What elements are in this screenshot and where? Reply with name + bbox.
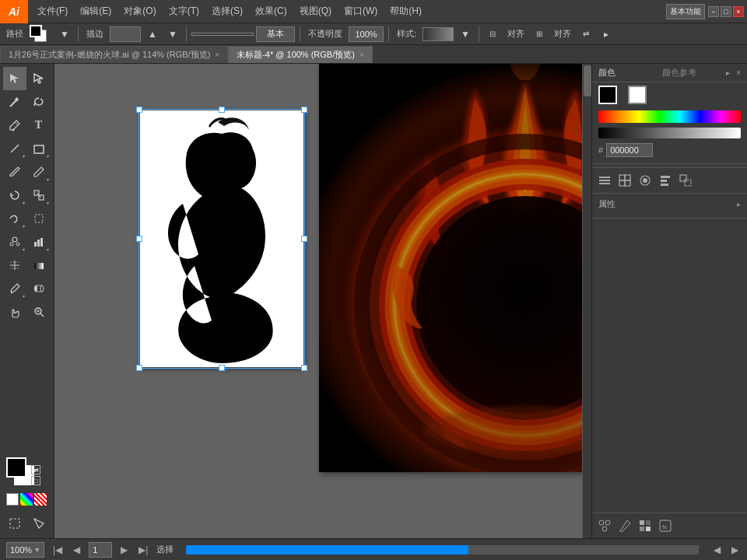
color-gray-bar[interactable] [598, 128, 741, 138]
scroll-right-btn[interactable]: ▶ [729, 544, 741, 555]
bottom-panel-icons: fx [592, 513, 747, 538]
gradient-fill-btn[interactable] [20, 493, 33, 506]
fill-stroke-preview[interactable] [30, 25, 53, 44]
menu-window[interactable]: 窗口(W) [338, 0, 384, 23]
color-section: ⇄ □ □ [0, 454, 54, 509]
close-btn[interactable]: × [733, 6, 744, 17]
scale-tool[interactable]: ▾ [27, 184, 51, 207]
menu-effect[interactable]: 效果(C) [249, 0, 293, 23]
nav-next-btn[interactable]: ▶ [118, 544, 130, 555]
menu-select[interactable]: 选择(S) [205, 0, 249, 23]
transform-icon[interactable] [676, 171, 695, 190]
stroke-width-down[interactable]: ▼ [164, 26, 181, 43]
vertical-scrollbar[interactable] [582, 64, 591, 538]
svg-rect-60 [640, 527, 644, 531]
pen-tool[interactable] [3, 114, 26, 137]
default-colors-btn[interactable]: □ [31, 476, 40, 485]
artboard-tool[interactable] [3, 512, 26, 535]
svg-rect-42 [599, 180, 610, 181]
menu-file[interactable]: 文件(F) [31, 0, 74, 23]
eyedropper-tool[interactable]: ▾ [3, 277, 26, 300]
fg-color-swatch[interactable] [6, 457, 26, 478]
tab-2[interactable]: 未标题-4* @ 100% (RGB/预览) × [228, 46, 373, 63]
align-icon-panel[interactable] [656, 171, 675, 190]
menu-view[interactable]: 视图(Q) [293, 0, 338, 23]
hex-input[interactable] [606, 143, 653, 157]
mesh-tool[interactable] [3, 254, 26, 277]
paintbrush-tool[interactable] [3, 160, 26, 184]
properties-expand[interactable]: ▸ [737, 200, 741, 208]
line-segment-tool[interactable]: ▾ [3, 137, 26, 160]
svg-point-55 [599, 520, 604, 525]
graphic-styles-icon[interactable]: fx [656, 516, 675, 535]
stroke-style-select[interactable]: 基本 [256, 26, 295, 42]
symbols-icon[interactable] [595, 516, 614, 535]
nav-prev-btn[interactable]: ◀ [71, 544, 82, 555]
fill-btn[interactable]: ▼ [56, 26, 73, 43]
svg-line-24 [40, 313, 44, 317]
maximize-btn[interactable]: □ [721, 6, 731, 17]
brushes-icon[interactable] [615, 516, 634, 535]
stroke-width-up[interactable]: ▲ [144, 26, 161, 43]
minimize-btn[interactable]: − [708, 6, 719, 17]
none-fill-btn[interactable] [34, 493, 47, 506]
panel-color-swatches [592, 82, 747, 107]
rotate-tool[interactable]: ▾ [3, 184, 26, 207]
tab-1[interactable]: 1月26号正式案例-燃烧的火球.ai @ 114% (RGB/预览) × [0, 46, 228, 63]
style-preview[interactable] [423, 27, 454, 41]
selection-tool[interactable] [3, 67, 26, 90]
nav-last-btn[interactable]: ▶| [136, 544, 150, 555]
gradient-tool[interactable] [27, 254, 51, 277]
artboards-icon[interactable] [615, 171, 634, 190]
free-transform-tool[interactable] [27, 207, 51, 230]
svg-rect-40 [319, 64, 591, 472]
layers-icon[interactable] [595, 171, 614, 190]
more-btn[interactable]: ▸ [598, 26, 615, 43]
style-dropdown[interactable]: ▼ [457, 26, 474, 43]
appearance-icon[interactable] [636, 171, 654, 190]
status-bar: 100% ▼ |◀ ◀ 1 ▶ ▶| 选择 ◀ ▶ [0, 538, 747, 560]
zoom-dropdown-arrow[interactable]: ▼ [33, 546, 40, 554]
white-fill-btn[interactable]: □ [6, 493, 19, 506]
align-icon[interactable]: ⊟ [484, 26, 501, 43]
stroke-width-input[interactable] [110, 26, 141, 42]
svg-rect-27 [10, 519, 19, 528]
panel-close-btn[interactable]: × [736, 68, 741, 77]
pencil-tool[interactable]: ▾ [27, 160, 51, 184]
color-ref-panel-title[interactable]: 颜色参考 [662, 67, 720, 79]
zoom-tool[interactable] [27, 300, 51, 324]
panel-fg-swatch[interactable] [598, 86, 617, 104]
distribute-icon[interactable]: ⊞ [531, 26, 548, 43]
swatches-icon[interactable] [636, 516, 654, 535]
menu-object[interactable]: 对象(O) [117, 0, 162, 23]
menu-help[interactable]: 帮助(H) [384, 0, 428, 23]
slice-tool[interactable] [27, 512, 51, 535]
symbol-sprayer-tool[interactable]: ▾ [3, 230, 26, 254]
tab-2-close[interactable]: × [359, 51, 364, 59]
tab-1-close[interactable]: × [215, 51, 219, 59]
swap-colors-btn[interactable]: ⇄ [31, 465, 40, 474]
color-spectrum[interactable] [598, 110, 741, 123]
lasso-tool[interactable] [27, 90, 51, 114]
workspace-selector[interactable]: 基本功能 [666, 4, 705, 19]
rectangle-tool[interactable]: ▾ [27, 137, 51, 160]
artboard-number[interactable]: 1 [89, 542, 112, 558]
tab-1-label: 1月26号正式案例-燃烧的火球.ai @ 114% (RGB/预览) [9, 49, 210, 61]
menu-text[interactable]: 文字(T) [163, 0, 205, 23]
zoom-display[interactable]: 100% ▼ [6, 542, 44, 558]
blend-tool[interactable] [27, 277, 51, 300]
warp-tool[interactable]: ▾ [3, 207, 26, 230]
direct-selection-tool[interactable] [27, 67, 51, 90]
transform-btn[interactable]: ⇄ [577, 26, 594, 43]
nav-first-btn[interactable]: |◀ [51, 544, 65, 555]
magic-wand-tool[interactable] [3, 90, 26, 114]
scrollbar-thumb-v[interactable] [584, 65, 591, 96]
column-graph-tool[interactable]: ▾ [27, 230, 51, 254]
panel-menu-btn[interactable]: ▸ [726, 68, 730, 77]
menu-edit[interactable]: 编辑(E) [74, 0, 117, 23]
hand-tool[interactable] [3, 300, 26, 324]
panel-bg-swatch[interactable] [628, 86, 647, 104]
scroll-left-btn[interactable]: ◀ [711, 544, 723, 555]
opacity-input[interactable]: 100% [349, 26, 384, 42]
type-tool[interactable]: T [27, 114, 51, 137]
